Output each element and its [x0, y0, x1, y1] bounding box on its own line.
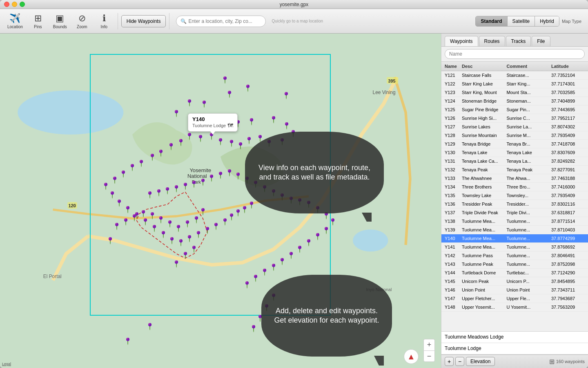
- table-row[interactable]: Y124 Stoneman Bridge Stoneman... 37.7404…: [441, 97, 588, 105]
- table-row[interactable]: Y122 Starr King Lake Starr King... 37.71…: [441, 80, 588, 88]
- table-row[interactable]: Y136 Tresidder Peak Tresidder... 37.8302…: [441, 200, 588, 209]
- cell-id: Y135: [443, 192, 460, 199]
- info-bubble: View info on each waypoint, route, and t…: [245, 132, 384, 213]
- location-button[interactable]: ✈️ Location: [4, 11, 26, 32]
- add-waypoint-button[interactable]: +: [445, 357, 454, 366]
- hide-waypoints-button[interactable]: Hide Waypoints: [121, 15, 166, 27]
- map-type-satellite[interactable]: Satellite: [508, 16, 535, 26]
- table-row[interactable]: Y134 Three Brothers Three Bro... 37.7416…: [441, 183, 588, 191]
- cell-desc: Tuolumne Mea...: [460, 218, 505, 224]
- cell-comment: Tuolumne...: [505, 252, 550, 259]
- cell-desc: Turtleback Dome: [460, 269, 505, 276]
- elevation-button[interactable]: Elevation: [466, 357, 495, 366]
- table-row[interactable]: Y146 Union Point Union Point 37.7343711: [441, 286, 588, 294]
- table-row[interactable]: Y126 Sunrise High Si... Sunrise C... 37.…: [441, 114, 588, 123]
- remove-waypoint-button[interactable]: −: [455, 357, 464, 366]
- tab-tracks[interactable]: Tracks: [506, 36, 531, 46]
- cell-comment: The Ahwa...: [505, 175, 550, 182]
- tab-file[interactable]: File: [532, 36, 550, 46]
- col-desc: Desc: [460, 63, 505, 70]
- panel-search-area: [441, 47, 588, 62]
- cell-id: Y137: [443, 209, 460, 216]
- cell-lat: 37.7463188: [550, 175, 586, 182]
- waypoint-count: ⊞ 160 waypoints: [549, 358, 585, 366]
- pins-button[interactable]: ⊞ Pins: [28, 11, 48, 32]
- table-row[interactable]: Y123 Starr King, Mount Mount Sta... 37.7…: [441, 88, 588, 97]
- col-comment: Comment: [505, 63, 550, 70]
- table-row[interactable]: Y141 Tuolumne Mea... Tuolumne... 37.8768…: [441, 243, 588, 251]
- cell-lat: 37.8302116: [550, 201, 586, 207]
- table-row[interactable]: Y145 Unicorn Peak Unicorn P... 37.845489…: [441, 277, 588, 286]
- cell-lat: 37.7935409: [550, 192, 586, 199]
- toolbar: ✈️ Location ⊞ Pins ▣ Bounds ⊘ Zoom ℹ Inf…: [0, 9, 588, 34]
- waypoint-tooltip: Y140 Tuolumne Lodge 🗺: [188, 113, 238, 132]
- legal-link[interactable]: Legal: [2, 362, 11, 366]
- cell-desc: Upper Fletcher...: [460, 295, 505, 302]
- cell-comment: U Yosemit...: [505, 304, 550, 310]
- tab-routes[interactable]: Routes: [479, 36, 505, 46]
- compass[interactable]: ▲: [404, 349, 419, 364]
- cell-comment: Tenaya La...: [505, 158, 550, 164]
- table-row[interactable]: Y131 Tenaya Lake Ca... Tenaya La... 37.8…: [441, 157, 588, 166]
- bounds-button[interactable]: ▣ Bounds: [50, 11, 70, 32]
- table-row[interactable]: Y137 Triple Divide Peak Triple Divi... 3…: [441, 209, 588, 217]
- svg-text:Lee Vining: Lee Vining: [373, 90, 396, 95]
- cell-comment: Tuolumne...: [505, 244, 550, 250]
- close-button[interactable]: [4, 2, 9, 7]
- table-row[interactable]: Y133 The Ahwahnee The Ahwa... 37.7463188: [441, 174, 588, 183]
- zoom-in-button[interactable]: +: [423, 339, 435, 350]
- panel-tabs: Waypoints Routes Tracks File: [441, 34, 588, 47]
- table-row[interactable]: Y148 Upper Yosemit... U Yosemit... 37.75…: [441, 303, 588, 312]
- cell-lat: 37.8249282: [550, 158, 586, 164]
- cell-id: Y145: [443, 278, 460, 285]
- table-body: Y121 Staircase Falls Staircase... 37.735…: [441, 71, 588, 312]
- table-row[interactable]: Y128 Sunrise Mountain Sunrise M... 37.79…: [441, 131, 588, 140]
- table-row[interactable]: Y127 Sunrise Lakes Sunrise La... 37.8074…: [441, 123, 588, 131]
- table-row[interactable]: Y140 Tuolumne Mea... Tuolumne... 37.8774…: [441, 234, 588, 243]
- svg-text:National: National: [187, 173, 207, 179]
- map-controls: + −: [423, 339, 435, 362]
- table-row[interactable]: Y147 Upper Fletcher... Upper Fle... 37.7…: [441, 294, 588, 303]
- cell-comment: Tuolumne...: [505, 261, 550, 267]
- map-detail-icon: 🗺: [227, 122, 233, 129]
- table-row[interactable]: Y142 Tuolumne Pass Tuolumne... 37.804649…: [441, 251, 588, 260]
- cell-desc: Upper Yosemit...: [460, 304, 505, 310]
- table-row[interactable]: Y135 Townsley Lake Townsley... 37.793540…: [441, 191, 588, 200]
- waypoints-table[interactable]: Name Desc Comment Latitude Y121 Staircas…: [441, 62, 588, 331]
- map-area[interactable]: Yosemite National Park Lee Vining 395 39…: [0, 34, 441, 368]
- info-button[interactable]: ℹ Info: [94, 11, 114, 32]
- cell-id: Y124: [443, 98, 460, 104]
- table-row[interactable]: Y121 Staircase Falls Staircase... 37.735…: [441, 71, 588, 80]
- cell-comment: Staircase...: [505, 72, 550, 79]
- window-title: yosemite.gpx: [280, 2, 309, 7]
- cell-id: Y126: [443, 115, 460, 121]
- panel-search-input[interactable]: [445, 49, 585, 59]
- cell-comment: Tresidder...: [505, 201, 550, 207]
- minimize-button[interactable]: [12, 2, 17, 7]
- search-input[interactable]: [188, 18, 258, 24]
- table-row[interactable]: Y132 Tenaya Peak Tenaya Peak 37.8277091: [441, 166, 588, 174]
- cell-desc: Sugar Pine Bridge: [460, 106, 505, 113]
- cell-comment: Sunrise La...: [505, 123, 550, 130]
- maximize-button[interactable]: [20, 2, 25, 7]
- table-row[interactable]: Y138 Tuolumne Mea... Tuolumne... 37.8771…: [441, 217, 588, 226]
- map-type-standard[interactable]: Standard: [476, 16, 507, 26]
- cell-comment: Unicorn P...: [505, 278, 550, 285]
- zoom-button[interactable]: ⊘ Zoom: [72, 11, 92, 32]
- cell-desc: Tuolumne Peak: [460, 261, 505, 267]
- cell-comment: Tenaya Br...: [505, 141, 550, 147]
- tab-waypoints[interactable]: Waypoints: [445, 36, 478, 46]
- table-row[interactable]: Y129 Tenaya Bridge Tenaya Br... 37.74187…: [441, 140, 588, 148]
- table-row[interactable]: Y144 Turtleback Dome Turtlebac... 37.712…: [441, 269, 588, 277]
- tooltip-sub-text: Tuolumne Lodge: [192, 123, 226, 128]
- map-type-hybrid[interactable]: Hybrid: [535, 16, 559, 26]
- table-row[interactable]: Y130 Tenaya Lake Tenaya Lake 37.8307609: [441, 148, 588, 157]
- compass-arrow: ▲: [407, 352, 415, 361]
- edit-bubble-text: Add, delete and edit waypoints. Get elev…: [270, 306, 384, 325]
- edit-bubble: Add, delete and edit waypoints. Get elev…: [261, 275, 392, 357]
- table-row[interactable]: Y139 Tuolumne Mea... Tuolumne... 37.8710…: [441, 226, 588, 234]
- table-row[interactable]: Y125 Sugar Pine Bridge Sugar Pin... 37.7…: [441, 105, 588, 114]
- zoom-out-button[interactable]: −: [423, 350, 435, 362]
- cell-lat: 37.7404899: [550, 98, 586, 104]
- table-row[interactable]: Y143 Tuolumne Peak Tuolumne... 37.875209…: [441, 260, 588, 269]
